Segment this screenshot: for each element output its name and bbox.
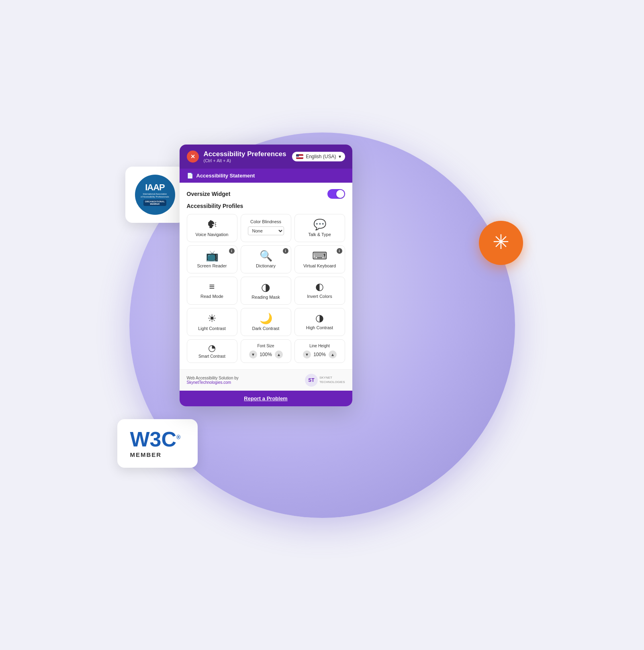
line-height-stepper: ▾ 100% ▴	[303, 350, 337, 359]
font-size-item: Font Size ▾ 100% ▴	[241, 339, 291, 363]
light-contrast-icon: ☀	[207, 313, 217, 324]
features-row-5: ◔ Smart Contrast Font Size ▾ 100% ▴ Line…	[187, 339, 345, 363]
smart-contrast-item[interactable]: ◔ Smart Contrast	[187, 339, 237, 363]
font-size-increase-button[interactable]: ▴	[275, 350, 283, 359]
oversize-toggle[interactable]	[327, 189, 345, 199]
language-label: English (USA)	[306, 154, 336, 159]
virtual-keyboard-icon: ⌨	[312, 251, 327, 261]
chevron-down-icon: ▾	[339, 154, 341, 159]
font-size-value: 100%	[259, 352, 273, 357]
smart-contrast-icon: ◔	[208, 344, 216, 353]
talk-type-item[interactable]: 💬 Talk & Type	[294, 214, 345, 242]
dictionary-info-icon[interactable]: i	[283, 248, 288, 254]
reading-mask-item[interactable]: ◑ Reading Mask	[241, 277, 291, 305]
panel-header: ✕ Accessibility Preferences (Ctrl + Alt …	[180, 145, 352, 169]
panel-title: Accessibility Preferences (Ctrl + Alt + …	[204, 150, 286, 163]
voice-navigation-item[interactable]: 🗣 Voice Navigation	[187, 214, 237, 242]
talk-type-icon: 💬	[313, 219, 326, 230]
line-height-item: Line Height ▾ 100% ▴	[294, 339, 345, 363]
orange-widget-button[interactable]: ✳	[479, 221, 523, 265]
screen-reader-label: Screen Reader	[197, 263, 227, 268]
invert-colors-item[interactable]: ◐ Invert Colors	[294, 277, 345, 305]
dictionary-icon: 🔍	[260, 251, 272, 261]
screen-reader-icon: 📺	[206, 251, 219, 261]
widget-icon: ✳	[493, 232, 509, 252]
statement-label: Accessibility Statement	[196, 173, 255, 179]
line-height-value: 100%	[313, 352, 327, 357]
color-blindness-label: Color Blindness	[250, 219, 281, 224]
virtual-keyboard-info-icon[interactable]: i	[337, 248, 342, 254]
font-size-stepper: ▾ 100% ▴	[249, 350, 283, 359]
skynet-logo: ST SKYNETTECHNOLOGIES	[305, 374, 345, 387]
high-contrast-label: High Contrast	[306, 325, 333, 330]
iaap-card: IAAP International Associationof Accessi…	[125, 167, 185, 223]
iaap-subtitle: International Associationof Accessibilit…	[141, 193, 169, 198]
talk-type-label: Talk & Type	[308, 232, 331, 237]
screen-reader-item[interactable]: i 📺 Screen Reader	[187, 245, 237, 273]
panel-title-main: Accessibility Preferences	[204, 150, 286, 158]
dark-contrast-item[interactable]: 🌙 Dark Contrast	[241, 308, 291, 336]
accessibility-statement-bar[interactable]: 📄 Accessibility Statement	[180, 169, 352, 183]
reading-mask-label: Reading Mask	[251, 295, 280, 300]
statement-icon: 📄	[187, 173, 193, 179]
oversize-widget-row: Oversize Widget	[187, 189, 345, 199]
font-size-label: Font Size	[257, 344, 274, 348]
iaap-badge: IAAP International Associationof Accessi…	[135, 175, 175, 215]
line-height-increase-button[interactable]: ▴	[329, 350, 337, 359]
skynet-icon: ST	[305, 374, 318, 387]
invert-colors-label: Invert Colors	[307, 294, 332, 299]
read-mode-item[interactable]: ≡ Read Mode	[187, 277, 237, 305]
footer-text: Web Accessibility Solution by SkynetTech…	[187, 376, 239, 385]
features-row-1: 🗣 Voice Navigation Color Blindness None …	[187, 214, 345, 242]
features-row-3: ≡ Read Mode ◑ Reading Mask ◐ Invert Colo…	[187, 277, 345, 305]
dictionary-label: Dictionary	[256, 263, 276, 268]
screen-reader-info-icon[interactable]: i	[229, 248, 235, 254]
profiles-label: Accessibility Profiles	[187, 203, 345, 209]
panel-footer: Web Accessibility Solution by SkynetTech…	[180, 369, 352, 391]
oversize-label: Oversize Widget	[187, 191, 231, 197]
footer-line1: Web Accessibility Solution by	[187, 376, 239, 380]
w3c-logo: W3C®	[130, 429, 185, 450]
header-left: ✕ Accessibility Preferences (Ctrl + Alt …	[187, 150, 286, 163]
light-contrast-item[interactable]: ☀ Light Contrast	[187, 308, 237, 336]
report-problem-button[interactable]: Report a Problem	[180, 391, 352, 406]
high-contrast-icon: ◑	[315, 313, 324, 323]
accessibility-panel: ✕ Accessibility Preferences (Ctrl + Alt …	[180, 145, 352, 406]
w3c-card: W3C® MEMBER	[117, 419, 198, 468]
light-contrast-label: Light Contrast	[198, 326, 225, 331]
close-button[interactable]: ✕	[187, 151, 199, 163]
read-mode-label: Read Mode	[200, 294, 223, 299]
line-height-decrease-button[interactable]: ▾	[303, 350, 311, 359]
dark-contrast-icon: 🌙	[260, 313, 272, 324]
scene: IAAP International Associationof Accessi…	[101, 104, 543, 546]
skynet-text: SKYNETTECHNOLOGIES	[319, 376, 345, 384]
w3c-member-label: MEMBER	[130, 451, 185, 458]
color-blindness-select[interactable]: None Protanopia Deuteranopia Tritanopia	[248, 226, 284, 235]
virtual-keyboard-label: Virtual Keyboard	[303, 263, 336, 268]
invert-colors-icon: ◐	[315, 282, 324, 291]
line-height-label: Line Height	[309, 344, 330, 348]
voice-navigation-icon: 🗣	[207, 219, 217, 230]
dictionary-item[interactable]: i 🔍 Dictionary	[241, 245, 291, 273]
footer-link[interactable]: SkynetTechnologies.com	[187, 380, 231, 385]
voice-navigation-label: Voice Navigation	[196, 232, 229, 237]
panel-body: Oversize Widget Accessibility Profiles 🗣…	[180, 183, 352, 369]
iaap-member-badge: ORGANIZATIONALMEMBER	[143, 200, 166, 206]
read-mode-icon: ≡	[209, 282, 215, 291]
features-row-2: i 📺 Screen Reader i 🔍 Dictionary i ⌨ Vir…	[187, 245, 345, 273]
panel-shortcut: (Ctrl + Alt + A)	[204, 158, 286, 163]
smart-contrast-label: Smart Contrast	[198, 354, 225, 359]
dark-contrast-label: Dark Contrast	[252, 326, 280, 331]
high-contrast-item[interactable]: ◑ High Contrast	[294, 308, 345, 336]
iaap-title: IAAP	[145, 183, 165, 192]
reading-mask-icon: ◑	[261, 282, 270, 292]
features-row-4: ☀ Light Contrast 🌙 Dark Contrast ◑ High …	[187, 308, 345, 336]
flag-icon	[296, 154, 303, 159]
language-selector[interactable]: English (USA) ▾	[292, 152, 345, 161]
color-blindness-item[interactable]: Color Blindness None Protanopia Deuteran…	[241, 214, 291, 242]
virtual-keyboard-item[interactable]: i ⌨ Virtual Keyboard	[294, 245, 345, 273]
font-size-decrease-button[interactable]: ▾	[249, 350, 257, 359]
